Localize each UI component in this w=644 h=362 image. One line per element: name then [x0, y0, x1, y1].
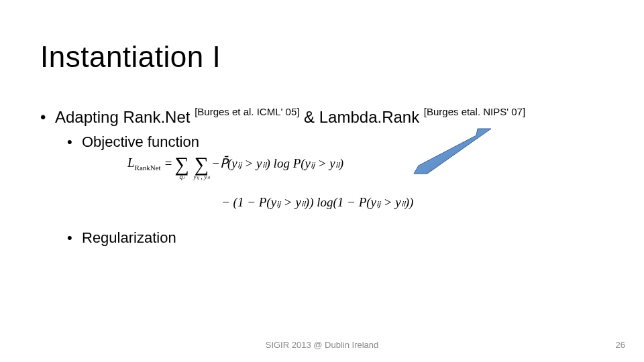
- bullet-main: • Adapting Rank.Net [Burges et al. ICML'…: [40, 107, 604, 127]
- sum-symbol-2: ∑yᵢⱼ , yᵢₗ: [195, 153, 209, 175]
- text-mid: & Lambda.Rank: [299, 108, 423, 126]
- eq-lhs-sym: L: [127, 156, 135, 170]
- text-prefix: Adapting Rank.Net: [55, 108, 195, 126]
- bullet-objective: • Objective function: [67, 133, 604, 151]
- bullet-regularization-label: Regularization: [82, 229, 176, 246]
- equation-block: LRankNet = ∑qᵢ ∑yᵢⱼ , yᵢₗ −P̄(yᵢⱼ > yᵢₗ)…: [127, 150, 413, 216]
- bullet-main-text: Adapting Rank.Net [Burges et al. ICML' 0…: [55, 107, 525, 127]
- bullet-objective-label: Objective function: [82, 133, 199, 151]
- eq-equals: =: [165, 157, 172, 171]
- bullet-dot: •: [67, 133, 82, 151]
- equation-row-2: − (1 − P(yᵢⱼ > yᵢₗ)) log(1 − P(yᵢⱼ > yᵢₗ…: [221, 189, 413, 216]
- sum-symbol-1: ∑qᵢ: [174, 153, 189, 175]
- body: • Adapting Rank.Net [Burges et al. ICML'…: [40, 107, 604, 154]
- bullet-dot: •: [40, 108, 55, 127]
- sum-2-index: yᵢⱼ , yᵢₗ: [193, 173, 209, 180]
- eq-row2: − (1 − P(yᵢⱼ > yᵢₗ)) log(1 − P(yᵢⱼ > yᵢₗ…: [221, 196, 413, 210]
- bullet-dot: •: [67, 229, 82, 247]
- slide-title: Instantiation I: [40, 40, 221, 74]
- eq-lhs: LRankNet: [127, 156, 161, 172]
- eq-lhs-sub: RankNet: [135, 163, 161, 171]
- slide: Instantiation I • Adapting Rank.Net [Bur…: [0, 0, 644, 362]
- footer-venue: SIGIR 2013 @ Dublin Ireland: [0, 340, 644, 350]
- equation-row-1: LRankNet = ∑qᵢ ∑yᵢⱼ , yᵢₗ −P̄(yᵢⱼ > yᵢₗ)…: [127, 150, 413, 177]
- citation-1: [Burges et al. ICML' 05]: [195, 106, 299, 117]
- bullet-regularization: •Regularization: [67, 229, 176, 247]
- footer-page-number: 26: [616, 340, 625, 350]
- sum-1-index: qᵢ: [180, 173, 184, 180]
- eq-row1-rhs: −P̄(yᵢⱼ > yᵢₗ) log P(yᵢⱼ > yᵢₗ): [211, 157, 343, 171]
- citation-2: [Burges etal. NIPS' 07]: [424, 106, 525, 117]
